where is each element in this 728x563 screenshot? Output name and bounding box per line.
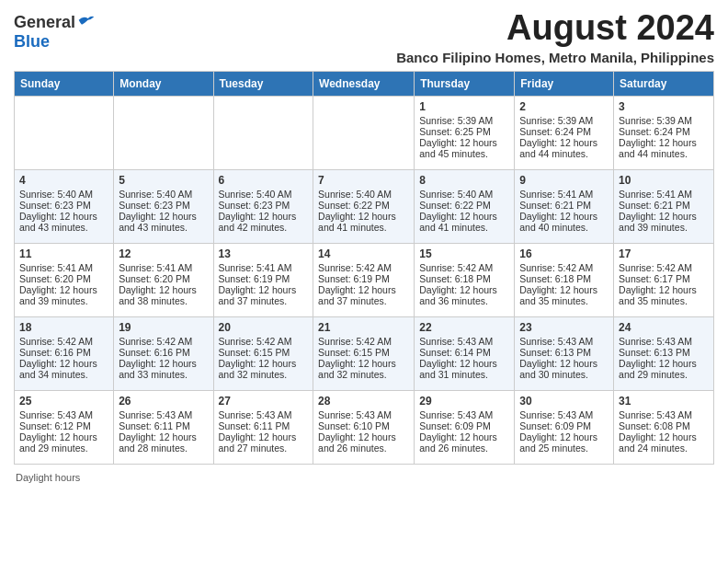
calendar-week-row: 4Sunrise: 5:40 AMSunset: 6:23 PMDaylight… bbox=[15, 169, 714, 243]
cell-content-line: Daylight: 12 hours bbox=[219, 211, 309, 222]
cell-content-line: Sunset: 6:14 PM bbox=[419, 347, 509, 358]
calendar-header: SundayMondayTuesdayWednesdayThursdayFrid… bbox=[15, 71, 714, 96]
day-number: 19 bbox=[119, 321, 208, 334]
cell-content-line: Sunset: 6:24 PM bbox=[519, 126, 609, 137]
cell-content-line: Sunset: 6:25 PM bbox=[419, 126, 509, 137]
cell-content-line: Sunset: 6:08 PM bbox=[619, 420, 709, 431]
calendar-cell bbox=[313, 96, 415, 169]
day-number: 26 bbox=[119, 395, 208, 408]
cell-content-line: Daylight: 12 hours bbox=[219, 431, 309, 442]
cell-content-line: Sunset: 6:10 PM bbox=[318, 420, 409, 431]
cell-content-line: Sunrise: 5:43 AM bbox=[19, 409, 108, 420]
day-number: 27 bbox=[219, 395, 309, 408]
cell-content-line: Sunrise: 5:41 AM bbox=[519, 189, 609, 200]
day-number: 29 bbox=[419, 395, 509, 408]
day-number: 9 bbox=[519, 174, 609, 187]
cell-content-line: Sunset: 6:13 PM bbox=[519, 347, 609, 358]
day-number: 30 bbox=[519, 395, 609, 408]
cell-content-line: and 44 minutes. bbox=[519, 148, 609, 159]
cell-content-line: Sunrise: 5:40 AM bbox=[19, 189, 108, 200]
calendar-cell: 8Sunrise: 5:40 AMSunset: 6:22 PMDaylight… bbox=[415, 169, 515, 243]
cell-content-line: Sunrise: 5:42 AM bbox=[19, 336, 108, 347]
cell-content-line: Sunset: 6:21 PM bbox=[519, 200, 609, 211]
cell-content-line: Daylight: 12 hours bbox=[318, 358, 409, 369]
cell-content-line: Sunrise: 5:39 AM bbox=[619, 115, 709, 126]
cell-content-line: Daylight: 12 hours bbox=[519, 431, 609, 442]
calendar-cell: 28Sunrise: 5:43 AMSunset: 6:10 PMDayligh… bbox=[313, 390, 415, 464]
cell-content-line: Daylight: 12 hours bbox=[619, 431, 709, 442]
cell-content-line: Sunrise: 5:42 AM bbox=[119, 336, 208, 347]
cell-content-line: and 28 minutes. bbox=[119, 442, 208, 454]
calendar-cell: 30Sunrise: 5:43 AMSunset: 6:09 PMDayligh… bbox=[515, 390, 614, 464]
day-number: 11 bbox=[19, 247, 108, 260]
cell-content-line: Sunrise: 5:42 AM bbox=[318, 262, 409, 273]
cell-content-line: Daylight: 12 hours bbox=[419, 431, 509, 442]
day-number: 18 bbox=[19, 321, 108, 334]
cell-content-line: Daylight: 12 hours bbox=[219, 284, 309, 295]
cell-content-line: and 42 minutes. bbox=[219, 222, 309, 233]
calendar-cell: 14Sunrise: 5:42 AMSunset: 6:19 PMDayligh… bbox=[313, 243, 415, 316]
cell-content-line: Sunset: 6:16 PM bbox=[119, 347, 208, 358]
daylight-label: Daylight hours bbox=[16, 472, 80, 483]
day-number: 8 bbox=[419, 174, 509, 187]
cell-content-line: Daylight: 12 hours bbox=[619, 211, 709, 222]
calendar-week-row: 18Sunrise: 5:42 AMSunset: 6:16 PMDayligh… bbox=[15, 316, 714, 390]
cell-content-line: Sunset: 6:22 PM bbox=[419, 200, 509, 211]
calendar-cell: 22Sunrise: 5:43 AMSunset: 6:14 PMDayligh… bbox=[415, 316, 515, 390]
calendar-cell: 4Sunrise: 5:40 AMSunset: 6:23 PMDaylight… bbox=[15, 169, 114, 243]
cell-content-line: and 32 minutes. bbox=[318, 369, 409, 380]
cell-content-line: Sunset: 6:09 PM bbox=[419, 420, 509, 431]
cell-content-line: Daylight: 12 hours bbox=[419, 358, 509, 369]
cell-content-line: and 44 minutes. bbox=[619, 148, 709, 159]
header: General Blue August 2024 Banco Filipino … bbox=[14, 9, 714, 65]
cell-content-line: and 26 minutes. bbox=[419, 442, 509, 454]
cell-content-line: Sunset: 6:09 PM bbox=[519, 420, 609, 431]
calendar-cell: 17Sunrise: 5:42 AMSunset: 6:17 PMDayligh… bbox=[614, 243, 714, 316]
cell-content-line: Sunset: 6:13 PM bbox=[619, 347, 709, 358]
cell-content-line: Daylight: 12 hours bbox=[619, 284, 709, 295]
calendar-header-cell: Monday bbox=[114, 71, 213, 96]
cell-content-line: Sunset: 6:23 PM bbox=[19, 200, 108, 211]
cell-content-line: and 43 minutes. bbox=[119, 222, 208, 233]
cell-content-line: and 41 minutes. bbox=[419, 222, 509, 233]
calendar-cell: 12Sunrise: 5:41 AMSunset: 6:20 PMDayligh… bbox=[114, 243, 213, 316]
cell-content-line: and 31 minutes. bbox=[419, 369, 509, 380]
day-number: 31 bbox=[619, 395, 709, 408]
cell-content-line: Sunrise: 5:39 AM bbox=[419, 115, 509, 126]
logo: General Blue bbox=[14, 13, 96, 52]
logo-bird-icon bbox=[77, 14, 96, 32]
cell-content-line: Sunset: 6:18 PM bbox=[519, 273, 609, 284]
calendar-cell: 7Sunrise: 5:40 AMSunset: 6:22 PMDaylight… bbox=[313, 169, 415, 243]
cell-content-line: and 37 minutes. bbox=[318, 295, 409, 306]
cell-content-line: Daylight: 12 hours bbox=[219, 358, 309, 369]
cell-content-line: Sunset: 6:15 PM bbox=[219, 347, 309, 358]
calendar-table: SundayMondayTuesdayWednesdayThursdayFrid… bbox=[14, 71, 714, 465]
day-number: 24 bbox=[619, 321, 709, 334]
cell-content-line: Sunset: 6:19 PM bbox=[318, 273, 409, 284]
cell-content-line: and 45 minutes. bbox=[419, 148, 509, 159]
day-number: 12 bbox=[119, 247, 208, 260]
cell-content-line: and 39 minutes. bbox=[619, 222, 709, 233]
cell-content-line: Sunrise: 5:43 AM bbox=[219, 409, 309, 420]
logo-blue-text: Blue bbox=[14, 32, 50, 51]
day-number: 17 bbox=[619, 247, 709, 260]
cell-content-line: Sunrise: 5:43 AM bbox=[119, 409, 208, 420]
calendar-header-cell: Saturday bbox=[614, 71, 714, 96]
cell-content-line: Sunrise: 5:42 AM bbox=[318, 336, 409, 347]
cell-content-line: Sunrise: 5:41 AM bbox=[219, 262, 309, 273]
calendar-cell: 25Sunrise: 5:43 AMSunset: 6:12 PMDayligh… bbox=[15, 390, 114, 464]
cell-content-line: and 33 minutes. bbox=[119, 369, 208, 380]
cell-content-line: Sunset: 6:20 PM bbox=[119, 273, 208, 284]
calendar-cell: 3Sunrise: 5:39 AMSunset: 6:24 PMDaylight… bbox=[614, 96, 714, 169]
calendar-cell bbox=[15, 96, 114, 169]
calendar-cell: 11Sunrise: 5:41 AMSunset: 6:20 PMDayligh… bbox=[15, 243, 114, 316]
calendar-cell: 21Sunrise: 5:42 AMSunset: 6:15 PMDayligh… bbox=[313, 316, 415, 390]
day-number: 15 bbox=[419, 247, 509, 260]
cell-content-line: Sunrise: 5:42 AM bbox=[419, 262, 509, 273]
day-number: 13 bbox=[219, 247, 309, 260]
cell-content-line: Daylight: 12 hours bbox=[318, 211, 409, 222]
page-subtitle: Banco Filipino Homes, Metro Manila, Phil… bbox=[396, 50, 714, 65]
cell-content-line: and 35 minutes. bbox=[619, 295, 709, 306]
calendar-header-cell: Wednesday bbox=[313, 71, 415, 96]
calendar-cell: 20Sunrise: 5:42 AMSunset: 6:15 PMDayligh… bbox=[213, 316, 313, 390]
